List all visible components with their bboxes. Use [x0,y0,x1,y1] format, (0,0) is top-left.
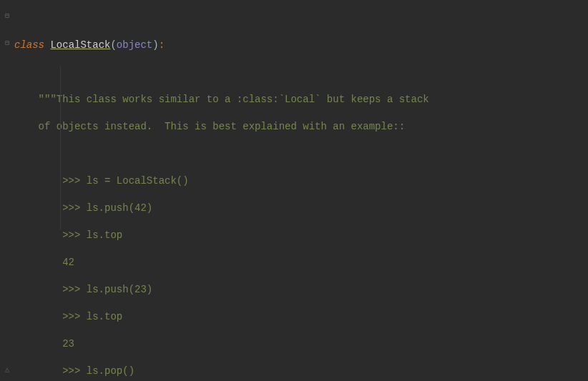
docstring-line: >>> ls.pop() [14,365,588,378]
open-paren: ( [110,39,116,51]
blank-line [14,66,588,79]
keyword-class: class [14,39,50,51]
docstring-line: """This class works similar to a :class:… [14,93,588,107]
fold-end-icon: △ [3,366,11,375]
code-line: class LocalStack(object): [14,39,588,52]
fold-toggle-docstring[interactable]: ⊟ [3,39,11,48]
colon: : [159,39,165,51]
code-editor[interactable]: class LocalStack(object): """This class … [14,0,588,381]
class-name: LocalStack [50,39,110,51]
base-class: object [117,39,152,51]
indent-guide [60,66,61,230]
docstring-line: >>> ls.push(23) [14,283,588,297]
gutter: ⊟ ⊟ △ [0,0,14,381]
docstring-line: >>> ls.push(42) [14,202,588,215]
close-paren: ) [152,39,158,51]
blank-line [14,147,588,161]
docstring-line: 42 [14,256,588,269]
docstring-line: >>> ls.top [14,229,588,242]
docstring-line: >>> ls = LocalStack() [14,174,588,188]
docstring-line: >>> ls.top [14,310,588,324]
docstring-line: 23 [14,337,588,351]
fold-toggle-class[interactable]: ⊟ [3,12,11,21]
docstring-line: of objects instead. This is best explain… [14,120,588,134]
